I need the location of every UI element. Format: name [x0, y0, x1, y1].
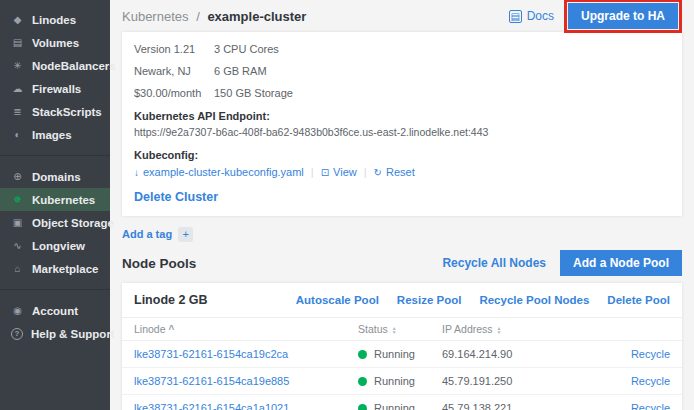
sidebar-item-help-support[interactable]: ? Help & Support — [0, 322, 110, 345]
sidebar-item-stackscripts[interactable]: ≣ StackScripts — [0, 100, 110, 123]
sidebar-item-label: Help & Support — [31, 328, 115, 340]
sidebar-item-label: Object Storage — [32, 217, 114, 229]
upgrade-to-ha-button[interactable]: Upgrade to HA — [568, 3, 678, 29]
recycle-node-link[interactable]: Recycle — [631, 402, 670, 410]
ip-address: 69.164.214.90 — [430, 341, 576, 368]
ip-address: 45.79.191.250 — [430, 368, 576, 395]
breadcrumb: Kubernetes / example-cluster — [122, 9, 306, 24]
node-pools-actions: Recycle All Nodes Add a Node Pool — [442, 250, 682, 276]
stackscripts-icon: ≣ — [11, 105, 24, 118]
sidebar-item-object-storage[interactable]: ▣ Object Storage — [0, 211, 110, 234]
sidebar-item-label: Marketplace — [32, 263, 98, 275]
table-row: lke38731-62161-6154ca1a1021 Running 45.7… — [122, 395, 682, 410]
kubernetes-icon: ✵ — [11, 193, 24, 206]
sidebar-item-volumes[interactable]: ▤ Volumes — [0, 31, 110, 54]
firewalls-icon: ☁ — [11, 82, 24, 95]
sidebar-item-longview[interactable]: ∿ Longview — [0, 234, 110, 257]
add-node-pool-button[interactable]: Add a Node Pool — [560, 250, 682, 276]
nodebalancers-icon: ✳ — [11, 59, 24, 72]
app-window: ◆ Linodes ▤ Volumes ✳ NodeBalancers ☁ Fi… — [0, 0, 694, 410]
divider: | — [364, 166, 367, 178]
sidebar-item-marketplace[interactable]: ⌂ Marketplace — [0, 257, 110, 280]
add-tag-button[interactable]: Add a tag + — [122, 227, 193, 242]
reset-icon: ↻ — [374, 167, 382, 178]
status-text: Running — [374, 375, 415, 387]
main-content: Kubernetes / example-cluster ▤ Docs Upgr… — [110, 0, 694, 410]
account-icon: ◉ — [11, 304, 24, 317]
status-text: Running — [374, 348, 415, 360]
sort-icon: ▲▼ — [392, 326, 397, 334]
node-link[interactable]: lke38731-62161-6154ca19e885 — [134, 375, 289, 387]
sidebar-item-label: Domains — [32, 171, 81, 183]
sidebar-item-firewalls[interactable]: ☁ Firewalls — [0, 77, 110, 100]
topbar: Kubernetes / example-cluster ▤ Docs Upgr… — [122, 0, 682, 32]
resize-pool-link[interactable]: Resize Pool — [397, 294, 462, 306]
delete-pool-link[interactable]: Delete Pool — [607, 294, 670, 306]
column-header-ip-address[interactable]: IP Address▲▼ — [430, 318, 576, 341]
annotation-highlight: Upgrade to HA — [564, 0, 682, 33]
sidebar-item-label: StackScripts — [32, 106, 102, 118]
marketplace-icon: ⌂ — [11, 262, 24, 275]
sidebar-item-account[interactable]: ◉ Account — [0, 299, 110, 322]
docs-label: Docs — [527, 9, 554, 23]
delete-cluster-link[interactable]: Delete Cluster — [134, 190, 218, 204]
sidebar-item-label: NodeBalancers — [32, 60, 116, 72]
column-header-status[interactable]: Status▲▼ — [346, 318, 430, 341]
sidebar-item-label: Kubernetes — [32, 194, 95, 206]
recycle-node-link[interactable]: Recycle — [631, 375, 670, 387]
table-row: lke38731-62161-6154ca19c2ca Running 69.1… — [122, 341, 682, 368]
node-pools-header: Node Pools Recycle All Nodes Add a Node … — [122, 249, 682, 277]
recycle-pool-nodes-link[interactable]: Recycle Pool Nodes — [479, 294, 589, 306]
pool-name: Linode 2 GB — [134, 293, 208, 307]
node-link[interactable]: lke38731-62161-6154ca19c2ca — [134, 348, 288, 360]
sidebar-item-label: Firewalls — [32, 83, 81, 95]
api-endpoint-value: https://9e2a7307-b6ac-408f-ba62-9483b0b3… — [134, 126, 670, 138]
column-header-linode[interactable]: Linode^ — [122, 318, 346, 341]
object-storage-icon: ▣ — [11, 216, 24, 229]
ip-address: 45.79.138.221 — [430, 395, 576, 410]
pool-action-links: Autoscale Pool Resize Pool Recycle Pool … — [296, 294, 670, 306]
status-running-dot — [358, 404, 367, 410]
spec-region: Newark, NJ — [134, 65, 214, 77]
docs-link[interactable]: ▤ Docs — [509, 9, 554, 23]
reset-label: Reset — [386, 166, 415, 178]
kubeconfig-download-link[interactable]: ↓ example-cluster-kubeconfig.yaml — [134, 166, 304, 178]
table-header-row: Linode^ Status▲▼ IP Address▲▼ — [122, 318, 682, 341]
add-tag-label: Add a tag — [122, 228, 172, 240]
sidebar-item-domains[interactable]: ⊕ Domains — [0, 165, 110, 188]
domains-icon: ⊕ — [11, 170, 24, 183]
sidebar-item-images[interactable]: ◐ Images — [0, 123, 110, 146]
status-running-dot — [358, 350, 367, 359]
spec-ram: 6 GB RAM — [214, 65, 670, 77]
node-link[interactable]: lke38731-62161-6154ca1a1021 — [134, 402, 289, 410]
spec-version: Version 1.21 — [134, 43, 214, 55]
sidebar-item-kubernetes[interactable]: ✵ Kubernetes — [0, 188, 110, 211]
cluster-summary-card: Version 1.21 3 CPU Cores Newark, NJ 6 GB… — [122, 32, 682, 216]
sidebar-item-nodebalancers[interactable]: ✳ NodeBalancers — [0, 54, 110, 77]
nodes-table: Linode^ Status▲▼ IP Address▲▼ lke38731-6… — [122, 317, 682, 410]
sort-icon: ▲▼ — [497, 326, 502, 334]
sidebar-divider — [0, 289, 110, 290]
node-pool-card: Linode 2 GB Autoscale Pool Resize Pool R… — [122, 283, 682, 410]
breadcrumb-current: example-cluster — [207, 9, 306, 24]
recycle-all-nodes-link[interactable]: Recycle All Nodes — [442, 256, 546, 270]
sidebar-item-label: Account — [32, 305, 78, 317]
table-row: lke38731-62161-6154ca19e885 Running 45.7… — [122, 368, 682, 395]
api-endpoint-section: Kubernetes API Endpoint: https://9e2a730… — [134, 110, 670, 138]
plus-icon: + — [178, 227, 193, 242]
autoscale-pool-link[interactable]: Autoscale Pool — [296, 294, 379, 306]
api-endpoint-label: Kubernetes API Endpoint: — [134, 110, 670, 122]
kubeconfig-reset-link[interactable]: ↻ Reset — [374, 166, 415, 178]
sidebar-item-label: Linodes — [32, 14, 76, 26]
sidebar-item-label: Volumes — [32, 37, 79, 49]
tag-row: Add a tag + — [122, 221, 682, 247]
sidebar-item-linodes[interactable]: ◆ Linodes — [0, 8, 110, 31]
breadcrumb-section-link[interactable]: Kubernetes — [122, 9, 189, 24]
kubeconfig-view-link[interactable]: ⊡ View — [321, 166, 357, 178]
kubeconfig-actions: ↓ example-cluster-kubeconfig.yaml | ⊡ Vi… — [134, 166, 670, 178]
column-header-actions — [576, 318, 682, 341]
topbar-actions: ▤ Docs Upgrade to HA — [509, 0, 682, 33]
breadcrumb-separator: / — [196, 9, 200, 24]
recycle-node-link[interactable]: Recycle — [631, 348, 670, 360]
view-label: View — [333, 166, 357, 178]
